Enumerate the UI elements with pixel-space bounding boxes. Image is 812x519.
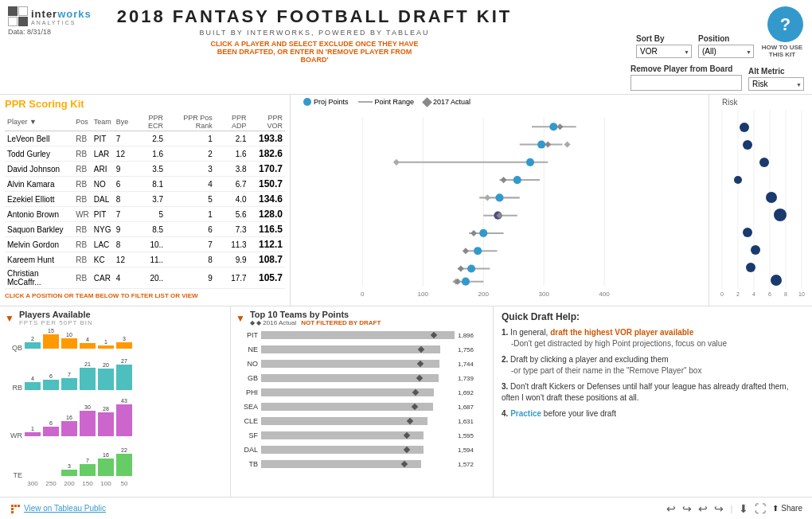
players-available-subtitle: FPTS PER 50PT BIN bbox=[19, 319, 93, 326]
table-row[interactable]: David Johnson RB ARI 9 3.5 3 3.8 170.7 bbox=[5, 162, 285, 177]
team-label: GB bbox=[236, 374, 258, 382]
table-row[interactable]: Christian McCaffr... RB CAR 4 20.. 9 17.… bbox=[5, 267, 285, 289]
player-bye: 6 bbox=[114, 177, 131, 192]
svg-text:4: 4 bbox=[752, 291, 755, 297]
player-posrank: 7 bbox=[166, 237, 215, 252]
share-button[interactable]: ⬆ Share bbox=[772, 504, 802, 513]
player-bye: 4 bbox=[114, 267, 131, 289]
table-row[interactable]: LeVeon Bell RB PIT 7 2.5 1 2.1 193.8 bbox=[5, 131, 285, 146]
col-team: Team bbox=[92, 113, 114, 131]
svg-marker-34 bbox=[463, 248, 469, 254]
col-player: Player ▼ bbox=[5, 113, 73, 131]
svg-marker-12 bbox=[556, 123, 563, 130]
svg-text:16: 16 bbox=[66, 415, 72, 420]
svg-point-21 bbox=[513, 176, 521, 184]
main-container: interworks ANALYTICS Data: 8/31/18 2018 … bbox=[0, 0, 812, 519]
svg-point-24 bbox=[495, 193, 503, 201]
svg-rect-122 bbox=[18, 505, 20, 507]
tableau-icon bbox=[10, 503, 21, 514]
left-panel: PPR Scoring Kit Player ▼ Pos Team Bye PP… bbox=[0, 95, 291, 306]
table-row[interactable]: Melvin Gordon RB LAC 8 10.. 7 11.3 112.1 bbox=[5, 237, 285, 252]
help-item-1: 1. In general, draft the highest VOR pla… bbox=[502, 327, 804, 349]
table-row[interactable]: Alvin Kamara RB NO 6 8.1 4 6.7 150.7 bbox=[5, 177, 285, 192]
table-row[interactable]: Saquon Barkley RB NYG 9 8.5 6 7.3 116.5 bbox=[5, 222, 285, 237]
svg-point-50 bbox=[759, 158, 769, 167]
remove-label: Remove Player from Board bbox=[630, 64, 732, 73]
team-row: PHI 1,692 bbox=[236, 385, 488, 400]
nav-fullscreen[interactable]: ⛶ bbox=[755, 502, 766, 515]
svg-point-54 bbox=[743, 228, 752, 237]
player-team: NO bbox=[92, 177, 114, 192]
player-adp: 1.6 bbox=[215, 146, 249, 162]
table-row[interactable]: Todd Gurley RB LAR 12 1.6 2 1.6 182.6 bbox=[5, 146, 285, 162]
team-label: PHI bbox=[236, 388, 258, 396]
quick-help-title: Quick Draft Help: bbox=[502, 311, 804, 322]
player-ecr: 8.1 bbox=[131, 177, 166, 192]
team-bar bbox=[261, 374, 439, 382]
tableau-link[interactable]: View on Tableau Public bbox=[24, 504, 106, 513]
team-bar-area bbox=[261, 416, 455, 427]
players-available-title: Players Available bbox=[19, 310, 93, 319]
player-pos: RB bbox=[73, 146, 92, 162]
player-adp: 11.3 bbox=[215, 237, 249, 252]
position-label: Position bbox=[698, 34, 729, 43]
team-bar-area bbox=[261, 330, 455, 341]
team-value: 1,744 bbox=[458, 361, 488, 368]
svg-point-49 bbox=[743, 140, 752, 150]
alt-metric-select[interactable]: Risk bbox=[748, 77, 804, 91]
svg-rect-118 bbox=[11, 505, 14, 507]
player-vor: 105.7 bbox=[249, 267, 285, 289]
svg-marker-37 bbox=[458, 265, 464, 271]
alt-metric-group: Alt Metric Risk bbox=[748, 67, 804, 91]
nav-back[interactable]: ↩ bbox=[666, 502, 676, 515]
player-name: LeVeon Bell bbox=[5, 131, 73, 146]
footer-left[interactable]: View on Tableau Public bbox=[10, 503, 106, 514]
player-vor: 150.7 bbox=[249, 177, 285, 192]
click-filter-note: CLICK A POSITION OR TEAM BELOW TO FILTER… bbox=[5, 292, 285, 299]
team-label: CLE bbox=[236, 417, 258, 425]
player-name: Ezekiel Elliott bbox=[5, 192, 73, 207]
help-icon[interactable]: ? bbox=[767, 6, 803, 42]
nav-redo[interactable]: ↪ bbox=[714, 502, 724, 515]
teams-chart: PIT 1,896 NE 1,756 NO 1,744 GB bbox=[236, 328, 488, 471]
svg-text:4: 4 bbox=[86, 337, 89, 342]
sort-by-label: Sort By bbox=[636, 34, 665, 43]
team-label: NE bbox=[236, 345, 258, 353]
player-name: Antonio Brown bbox=[5, 207, 73, 222]
svg-rect-91 bbox=[25, 432, 41, 436]
svg-text:20: 20 bbox=[103, 362, 109, 368]
player-vor: 128.0 bbox=[249, 207, 285, 222]
table-row[interactable]: Antonio Brown WR PIT 7 5 1 5.6 128.0 bbox=[5, 207, 285, 222]
table-row[interactable]: Kareem Hunt RB KC 12 11.. 8 9.9 108.7 bbox=[5, 252, 285, 267]
team-label: TB bbox=[236, 460, 258, 468]
svg-point-51 bbox=[734, 176, 742, 184]
remove-input[interactable] bbox=[630, 75, 742, 91]
team-bar bbox=[261, 446, 424, 454]
player-vor: 116.5 bbox=[249, 222, 285, 237]
table-row[interactable]: Ezekiel Elliott RB DAL 8 3.7 5 4.0 134.6 bbox=[5, 192, 285, 207]
nav-undo[interactable]: ↩ bbox=[698, 502, 708, 515]
team-label: DAL bbox=[236, 446, 258, 454]
svg-text:RB: RB bbox=[12, 384, 22, 392]
col-vor: PPR VOR bbox=[249, 113, 285, 131]
quick-help-panel: Quick Draft Help: 1. In general, draft t… bbox=[494, 306, 812, 497]
player-name: Alvin Kamara bbox=[5, 177, 73, 192]
svg-text:21: 21 bbox=[84, 361, 91, 367]
player-pos: RB bbox=[73, 237, 92, 252]
player-bye: 7 bbox=[114, 131, 131, 146]
position-group: Position (All) bbox=[698, 34, 754, 58]
sort-by-select[interactable]: VOR bbox=[636, 45, 692, 58]
team-label: NO bbox=[236, 360, 258, 368]
player-team: PIT bbox=[92, 131, 114, 146]
col-posrank: PPR Pos Rank bbox=[166, 113, 215, 131]
position-select[interactable]: (All) bbox=[698, 45, 754, 58]
team-value: 1,756 bbox=[458, 346, 488, 353]
player-ecr: 5 bbox=[131, 207, 166, 222]
team-label: SEA bbox=[236, 403, 258, 411]
nav-forward[interactable]: ↪ bbox=[682, 502, 692, 515]
player-bye: 12 bbox=[114, 252, 131, 267]
player-pos: RB bbox=[73, 177, 92, 192]
svg-text:6: 6 bbox=[49, 420, 53, 426]
player-ecr: 3.7 bbox=[131, 192, 166, 207]
nav-download[interactable]: ⬇ bbox=[739, 502, 748, 515]
